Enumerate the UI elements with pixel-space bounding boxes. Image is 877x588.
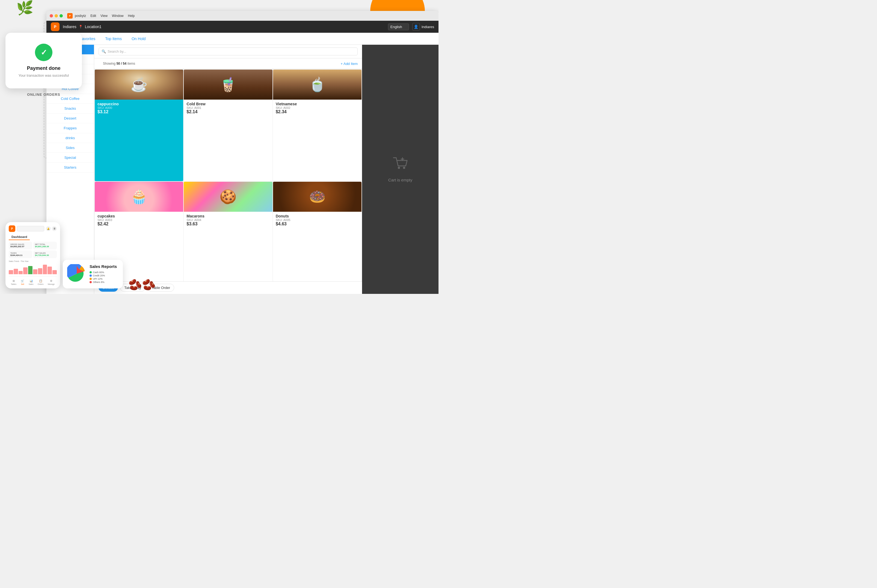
cupcakes-price: $2.42 — [98, 222, 181, 226]
vietnamese-price: $2.34 — [276, 110, 359, 114]
net-sales-box: NET SALES $4,726,844.30 — [33, 250, 57, 258]
add-item-button[interactable]: + Add Item — [340, 62, 358, 66]
user-name: Indiares — [421, 25, 434, 29]
cold-brew-price: $2.14 — [187, 110, 269, 114]
sales-reports-content: Sales Reports Cash 60% Credit 20% UPI 12… — [90, 264, 117, 284]
coffee-beans-decoration: 🫘🫘 — [128, 278, 156, 291]
product-cappuccino[interactable]: ☕ cappuccino SKU: A000 $3.12 — [95, 70, 183, 181]
dashboard-tab[interactable]: Dashboard — [9, 234, 30, 240]
product-macarons[interactable]: 🍪 Macarons SKU: A004 $3.63 — [184, 182, 272, 293]
product-donuts[interactable]: 🍩 Donuts SKU: A005 $4.63 — [273, 182, 361, 293]
pie-chart — [67, 264, 86, 283]
tab-bar: All Items Favorites Top Items On Hold — [47, 33, 438, 45]
mobile-nav-tables[interactable]: ⊞ Tables — [11, 279, 17, 285]
net-total-label: NET TOTAL — [35, 243, 55, 245]
legend-cash-label: Cash 60% — [93, 271, 104, 274]
category-frappes[interactable]: Frappes — [47, 123, 94, 133]
vietnamese-name: Vietnamese — [276, 102, 359, 106]
sell-label: Sell — [21, 283, 24, 285]
mobile-nav-sell[interactable]: 🛒 Sell — [21, 279, 24, 285]
legend-dot-others — [90, 281, 92, 283]
menu-window[interactable]: Window — [112, 14, 124, 18]
tables-label: Tables — [11, 283, 17, 285]
tab-on-hold[interactable]: On Hold — [127, 34, 150, 43]
language-selector-container: English — [388, 24, 409, 30]
cold-brew-image: 🧋 — [184, 70, 272, 100]
cappuccino-sku: SKU: A000 — [98, 106, 181, 110]
legend-upi-label: UPI 12% — [93, 278, 103, 280]
vietnamese-sku: SKU: A002 — [276, 106, 359, 110]
cupcakes-img-icon: 🧁 — [131, 189, 147, 205]
tab-top-items[interactable]: Top Items — [101, 34, 126, 43]
cold-brew-img-icon: 🧋 — [220, 76, 236, 93]
sales-label: Sales — [29, 283, 33, 285]
store-name: Indiares — [63, 24, 77, 29]
maximize-button[interactable] — [60, 14, 63, 18]
cart-empty-text: Cart is empty — [388, 178, 412, 182]
payment-check-icon — [35, 44, 53, 61]
legend-upi: UPI 12% — [90, 278, 117, 280]
donuts-price: $4.63 — [276, 222, 359, 226]
mobile-stats-grid: GROSS SALES $4,893,202.07 NET TOTAL $4,8… — [9, 242, 57, 258]
vietnamese-info: Vietnamese SKU: A002 $2.34 — [273, 100, 361, 117]
cold-brew-sku: SKU: A001 — [187, 106, 269, 110]
macarons-price: $3.63 — [187, 222, 269, 226]
mobile-search-input[interactable] — [17, 226, 44, 231]
product-vietnamese[interactable]: 🍵 Vietnamese SKU: A002 $2.34 — [273, 70, 361, 181]
svg-point-1 — [403, 167, 405, 169]
showing-bar: Showing 50 / 54 items + Add Item — [94, 58, 362, 69]
cold-brew-info: Cold Brew SKU: A001 $2.14 — [184, 100, 272, 117]
language-select[interactable]: English — [388, 24, 409, 30]
net-total-value: $4,891,268.39 — [35, 245, 55, 248]
orders-label: Orders — [38, 283, 44, 285]
macarons-info: Macarons SKU: A004 $3.63 — [184, 212, 272, 229]
search-input[interactable]: Search by... — [108, 50, 126, 54]
mobile-nav-sales[interactable]: 📊 Sales — [29, 279, 33, 285]
search-icon: 🔍 — [102, 50, 106, 54]
product-cold-brew[interactable]: 🧋 Cold Brew SKU: A001 $2.14 — [184, 70, 272, 181]
menu-help[interactable]: Help — [128, 14, 135, 18]
cappuccino-image: ☕ — [95, 70, 183, 100]
menu-edit[interactable]: Edit — [90, 14, 96, 18]
mobile-menu-icon[interactable]: ☰ — [52, 226, 57, 231]
search-box: 🔍 Search by... — [99, 48, 358, 56]
donuts-name: Donuts — [276, 214, 359, 218]
mobile-nav-orders[interactable]: 📋 Orders — [38, 279, 44, 285]
category-sides[interactable]: Sides — [47, 143, 94, 153]
category-snacks[interactable]: Snacks — [47, 104, 94, 114]
cappuccino-price: $3.12 — [98, 110, 181, 114]
legend-cash: Cash 60% — [90, 271, 117, 274]
taxes-label: TAXES — [11, 252, 30, 254]
cold-brew-name: Cold Brew — [187, 102, 269, 106]
leaf-decoration: 🌿 — [17, 0, 33, 16]
legend-others: Others 8% — [90, 281, 117, 284]
net-sales-value: $4,726,844.30 — [35, 254, 55, 256]
close-button[interactable] — [50, 14, 53, 18]
mobile-bell-icon[interactable]: 🔔 — [46, 226, 51, 231]
menu-view[interactable]: View — [101, 14, 108, 18]
gross-sales-box: GROSS SALES $4,893,202.07 — [9, 242, 32, 249]
category-drinks[interactable]: drinks — [47, 133, 94, 143]
donuts-image: 🍩 — [273, 182, 361, 212]
gross-sales-value: $4,893,202.07 — [11, 245, 30, 248]
legend-credit: Credit 20% — [90, 274, 117, 277]
mobile-app-logo: P — [9, 225, 15, 232]
category-dessert[interactable]: Dessert — [47, 114, 94, 123]
mobile-nav-manage[interactable]: ⚙ Manage — [48, 279, 55, 285]
manage-icon: ⚙ — [50, 279, 53, 283]
legend-credit-label: Credit 20% — [93, 274, 105, 277]
sales-icon: 📊 — [29, 279, 33, 283]
mobile-nav: ⊞ Tables 🛒 Sell 📊 Sales 📋 Orders ⚙ Manag… — [9, 276, 57, 285]
app-window: P posbytz Edit View Window Help P Indiar… — [47, 11, 438, 294]
donuts-sku: SKU: A005 — [276, 218, 359, 222]
showing-count: 50 / 54 — [116, 62, 126, 66]
legend-dot-cash — [90, 271, 92, 273]
cart-icon — [392, 156, 408, 174]
app-header: P Indiares 📍 Location1 English 👤 Indiare… — [47, 21, 438, 33]
svg-point-0 — [398, 167, 400, 169]
cappuccino-name: cappuccino — [98, 102, 181, 106]
category-starters[interactable]: Starters — [47, 163, 94, 172]
minimize-button[interactable] — [55, 14, 58, 18]
legend-others-label: Others 8% — [93, 281, 105, 284]
category-special[interactable]: Special — [47, 153, 94, 163]
